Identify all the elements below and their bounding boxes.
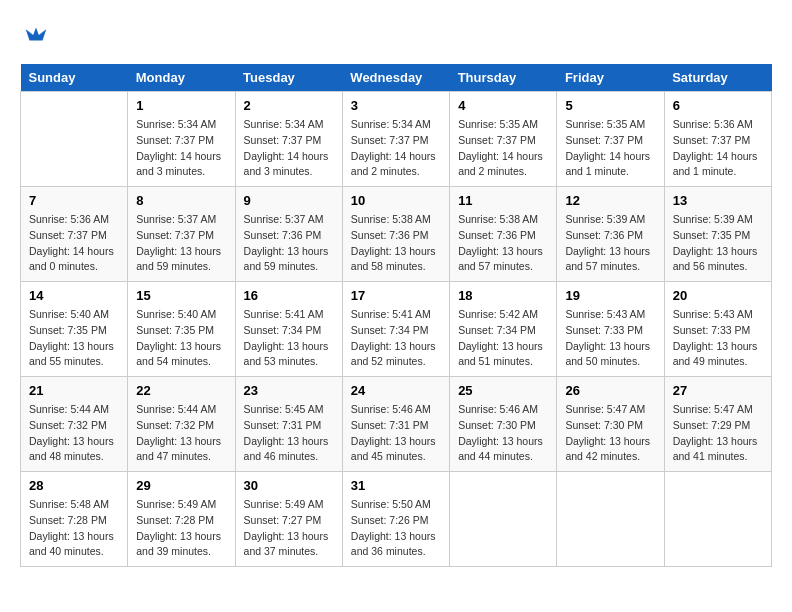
- day-info: Sunrise: 5:39 AM Sunset: 7:36 PM Dayligh…: [565, 212, 655, 275]
- day-number: 1: [136, 98, 226, 113]
- logo: [20, 20, 50, 48]
- day-number: 12: [565, 193, 655, 208]
- day-number: 11: [458, 193, 548, 208]
- day-number: 13: [673, 193, 763, 208]
- day-info: Sunrise: 5:49 AM Sunset: 7:28 PM Dayligh…: [136, 497, 226, 560]
- day-number: 23: [244, 383, 334, 398]
- header-row: SundayMondayTuesdayWednesdayThursdayFrid…: [21, 64, 772, 92]
- day-info: Sunrise: 5:34 AM Sunset: 7:37 PM Dayligh…: [244, 117, 334, 180]
- day-info: Sunrise: 5:50 AM Sunset: 7:26 PM Dayligh…: [351, 497, 441, 560]
- day-cell: 4Sunrise: 5:35 AM Sunset: 7:37 PM Daylig…: [450, 92, 557, 187]
- day-number: 6: [673, 98, 763, 113]
- header-cell-monday: Monday: [128, 64, 235, 92]
- day-info: Sunrise: 5:42 AM Sunset: 7:34 PM Dayligh…: [458, 307, 548, 370]
- day-cell: 16Sunrise: 5:41 AM Sunset: 7:34 PM Dayli…: [235, 282, 342, 377]
- day-number: 7: [29, 193, 119, 208]
- day-info: Sunrise: 5:36 AM Sunset: 7:37 PM Dayligh…: [29, 212, 119, 275]
- day-cell: 8Sunrise: 5:37 AM Sunset: 7:37 PM Daylig…: [128, 187, 235, 282]
- day-cell: 31Sunrise: 5:50 AM Sunset: 7:26 PM Dayli…: [342, 472, 449, 567]
- day-cell: 1Sunrise: 5:34 AM Sunset: 7:37 PM Daylig…: [128, 92, 235, 187]
- svg-marker-0: [26, 27, 47, 40]
- day-number: 27: [673, 383, 763, 398]
- day-number: 24: [351, 383, 441, 398]
- calendar-body: 1Sunrise: 5:34 AM Sunset: 7:37 PM Daylig…: [21, 92, 772, 567]
- day-cell: 20Sunrise: 5:43 AM Sunset: 7:33 PM Dayli…: [664, 282, 771, 377]
- week-row-5: 28Sunrise: 5:48 AM Sunset: 7:28 PM Dayli…: [21, 472, 772, 567]
- day-info: Sunrise: 5:44 AM Sunset: 7:32 PM Dayligh…: [136, 402, 226, 465]
- day-info: Sunrise: 5:41 AM Sunset: 7:34 PM Dayligh…: [351, 307, 441, 370]
- header-cell-sunday: Sunday: [21, 64, 128, 92]
- page-header: [20, 20, 772, 48]
- day-number: 29: [136, 478, 226, 493]
- day-cell: 22Sunrise: 5:44 AM Sunset: 7:32 PM Dayli…: [128, 377, 235, 472]
- day-info: Sunrise: 5:40 AM Sunset: 7:35 PM Dayligh…: [29, 307, 119, 370]
- day-info: Sunrise: 5:38 AM Sunset: 7:36 PM Dayligh…: [458, 212, 548, 275]
- day-number: 15: [136, 288, 226, 303]
- day-number: 10: [351, 193, 441, 208]
- header-cell-saturday: Saturday: [664, 64, 771, 92]
- week-row-3: 14Sunrise: 5:40 AM Sunset: 7:35 PM Dayli…: [21, 282, 772, 377]
- day-info: Sunrise: 5:39 AM Sunset: 7:35 PM Dayligh…: [673, 212, 763, 275]
- day-number: 31: [351, 478, 441, 493]
- week-row-4: 21Sunrise: 5:44 AM Sunset: 7:32 PM Dayli…: [21, 377, 772, 472]
- day-info: Sunrise: 5:37 AM Sunset: 7:36 PM Dayligh…: [244, 212, 334, 275]
- day-info: Sunrise: 5:38 AM Sunset: 7:36 PM Dayligh…: [351, 212, 441, 275]
- day-info: Sunrise: 5:36 AM Sunset: 7:37 PM Dayligh…: [673, 117, 763, 180]
- day-number: 9: [244, 193, 334, 208]
- calendar-header: SundayMondayTuesdayWednesdayThursdayFrid…: [21, 64, 772, 92]
- day-cell: 18Sunrise: 5:42 AM Sunset: 7:34 PM Dayli…: [450, 282, 557, 377]
- header-cell-wednesday: Wednesday: [342, 64, 449, 92]
- day-cell: 24Sunrise: 5:46 AM Sunset: 7:31 PM Dayli…: [342, 377, 449, 472]
- day-number: 5: [565, 98, 655, 113]
- day-cell: 23Sunrise: 5:45 AM Sunset: 7:31 PM Dayli…: [235, 377, 342, 472]
- day-cell: [450, 472, 557, 567]
- week-row-2: 7Sunrise: 5:36 AM Sunset: 7:37 PM Daylig…: [21, 187, 772, 282]
- day-cell: 21Sunrise: 5:44 AM Sunset: 7:32 PM Dayli…: [21, 377, 128, 472]
- day-number: 16: [244, 288, 334, 303]
- day-cell: 9Sunrise: 5:37 AM Sunset: 7:36 PM Daylig…: [235, 187, 342, 282]
- day-cell: [664, 472, 771, 567]
- day-cell: 27Sunrise: 5:47 AM Sunset: 7:29 PM Dayli…: [664, 377, 771, 472]
- day-cell: 15Sunrise: 5:40 AM Sunset: 7:35 PM Dayli…: [128, 282, 235, 377]
- day-cell: 11Sunrise: 5:38 AM Sunset: 7:36 PM Dayli…: [450, 187, 557, 282]
- day-cell: 7Sunrise: 5:36 AM Sunset: 7:37 PM Daylig…: [21, 187, 128, 282]
- day-info: Sunrise: 5:47 AM Sunset: 7:30 PM Dayligh…: [565, 402, 655, 465]
- day-info: Sunrise: 5:49 AM Sunset: 7:27 PM Dayligh…: [244, 497, 334, 560]
- day-number: 2: [244, 98, 334, 113]
- day-number: 8: [136, 193, 226, 208]
- day-cell: 19Sunrise: 5:43 AM Sunset: 7:33 PM Dayli…: [557, 282, 664, 377]
- day-cell: 28Sunrise: 5:48 AM Sunset: 7:28 PM Dayli…: [21, 472, 128, 567]
- day-cell: [557, 472, 664, 567]
- day-number: 17: [351, 288, 441, 303]
- day-info: Sunrise: 5:40 AM Sunset: 7:35 PM Dayligh…: [136, 307, 226, 370]
- day-info: Sunrise: 5:43 AM Sunset: 7:33 PM Dayligh…: [673, 307, 763, 370]
- day-info: Sunrise: 5:47 AM Sunset: 7:29 PM Dayligh…: [673, 402, 763, 465]
- header-cell-friday: Friday: [557, 64, 664, 92]
- day-cell: [21, 92, 128, 187]
- day-number: 30: [244, 478, 334, 493]
- day-info: Sunrise: 5:46 AM Sunset: 7:30 PM Dayligh…: [458, 402, 548, 465]
- day-info: Sunrise: 5:34 AM Sunset: 7:37 PM Dayligh…: [351, 117, 441, 180]
- day-info: Sunrise: 5:44 AM Sunset: 7:32 PM Dayligh…: [29, 402, 119, 465]
- day-number: 19: [565, 288, 655, 303]
- day-number: 20: [673, 288, 763, 303]
- day-number: 25: [458, 383, 548, 398]
- day-cell: 10Sunrise: 5:38 AM Sunset: 7:36 PM Dayli…: [342, 187, 449, 282]
- day-cell: 6Sunrise: 5:36 AM Sunset: 7:37 PM Daylig…: [664, 92, 771, 187]
- day-number: 26: [565, 383, 655, 398]
- day-info: Sunrise: 5:35 AM Sunset: 7:37 PM Dayligh…: [565, 117, 655, 180]
- day-number: 3: [351, 98, 441, 113]
- calendar-table: SundayMondayTuesdayWednesdayThursdayFrid…: [20, 64, 772, 567]
- day-cell: 30Sunrise: 5:49 AM Sunset: 7:27 PM Dayli…: [235, 472, 342, 567]
- logo-icon: [22, 20, 50, 48]
- day-info: Sunrise: 5:34 AM Sunset: 7:37 PM Dayligh…: [136, 117, 226, 180]
- day-cell: 14Sunrise: 5:40 AM Sunset: 7:35 PM Dayli…: [21, 282, 128, 377]
- day-info: Sunrise: 5:46 AM Sunset: 7:31 PM Dayligh…: [351, 402, 441, 465]
- header-cell-tuesday: Tuesday: [235, 64, 342, 92]
- day-info: Sunrise: 5:43 AM Sunset: 7:33 PM Dayligh…: [565, 307, 655, 370]
- day-info: Sunrise: 5:37 AM Sunset: 7:37 PM Dayligh…: [136, 212, 226, 275]
- day-number: 28: [29, 478, 119, 493]
- week-row-1: 1Sunrise: 5:34 AM Sunset: 7:37 PM Daylig…: [21, 92, 772, 187]
- day-info: Sunrise: 5:48 AM Sunset: 7:28 PM Dayligh…: [29, 497, 119, 560]
- day-cell: 12Sunrise: 5:39 AM Sunset: 7:36 PM Dayli…: [557, 187, 664, 282]
